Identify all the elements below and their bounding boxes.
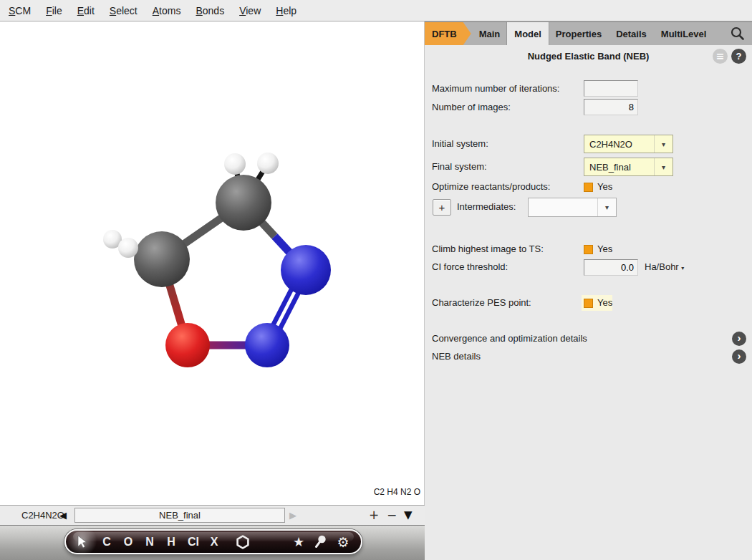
num-images-label: Number of images: <box>432 99 511 115</box>
dropdown-arrow-icon[interactable]: ▾ <box>597 198 616 216</box>
intermediates-select[interactable]: ▾ <box>528 198 617 217</box>
element-cl-button[interactable]: Cl <box>188 531 199 553</box>
tab-details[interactable]: Details <box>609 22 654 45</box>
amsinput-window: SCMFileEditSelectAtomsBondsViewHelp C2 H… <box>0 0 752 560</box>
element-c-button[interactable]: C <box>102 531 111 553</box>
remove-frame-icon[interactable]: − <box>387 506 397 525</box>
probe-tool-icon[interactable] <box>313 531 329 553</box>
frame-name-box[interactable]: NEB_final <box>74 508 285 523</box>
menu-help[interactable]: Help <box>274 4 299 18</box>
next-frame-icon[interactable]: ▶ <box>289 506 297 525</box>
ci-force-threshold-label: CI force threshold: <box>432 261 508 273</box>
tab-dftb[interactable]: DFTB <box>425 22 471 45</box>
panel-menu-icon[interactable]: ≡ <box>713 49 728 64</box>
panel-title: Nudged Elastic Band (NEB) <box>425 51 752 62</box>
convergence-details-link[interactable]: Convergence and optimization details <box>432 333 587 344</box>
frame-name-label: NEB_final <box>159 510 201 521</box>
element-h-button[interactable]: H <box>167 531 175 553</box>
atom-N[interactable] <box>281 245 331 295</box>
climb-highest-value: Yes <box>597 243 612 255</box>
initial-system-label: Initial system: <box>432 135 488 153</box>
add-intermediate-button[interactable]: + <box>433 199 451 216</box>
unit-label: Ha/Bohr <box>645 261 679 272</box>
optimize-reactants-value: Yes <box>597 181 612 193</box>
atom-O[interactable] <box>165 323 210 367</box>
final-system-label: Final system: <box>432 158 487 176</box>
ci-force-threshold-input[interactable] <box>584 259 638 276</box>
max-iterations-label: Maximum number of iterations: <box>432 80 559 97</box>
atom-H[interactable] <box>118 238 138 258</box>
max-iterations-input[interactable] <box>584 80 638 97</box>
climb-highest-label: Climb highest image to TS: <box>432 243 544 255</box>
unit-dropdown-icon[interactable]: ▾ <box>681 265 684 271</box>
draw-toolbar: CONHClX★⚙ <box>64 529 362 554</box>
element-x-button[interactable]: X <box>211 531 218 553</box>
atom-C[interactable] <box>216 175 271 231</box>
optimize-reactants-checkbox[interactable] <box>584 183 593 192</box>
menu-view[interactable]: View <box>237 4 263 18</box>
characterize-pes-checkbox[interactable] <box>584 299 593 308</box>
atom-C[interactable] <box>134 231 190 287</box>
search-icon[interactable] <box>730 26 746 42</box>
dropdown-arrow-icon[interactable]: ▾ <box>654 158 673 175</box>
final-system-select[interactable]: NEB_final ▾ <box>584 158 673 176</box>
climb-highest-checkbox[interactable] <box>584 245 593 254</box>
menu-bonds[interactable]: Bonds <box>193 4 226 18</box>
frame-bar: C2H4N2O ◀ NEB_final ▶ + − ▼ <box>0 505 425 525</box>
element-n-button[interactable]: N <box>145 531 154 553</box>
molecule-canvas[interactable] <box>0 21 425 505</box>
menu-bar: SCMFileEditSelectAtomsBondsViewHelp <box>0 0 752 21</box>
select-cursor-icon[interactable] <box>74 531 90 553</box>
structures-tool-icon[interactable]: ★ <box>293 531 304 553</box>
ci-force-unit[interactable]: Ha/Bohr ▾ <box>645 261 684 274</box>
tab-multilevel[interactable]: MultiLevel <box>654 22 714 45</box>
system-name-label: C2H4N2O <box>21 506 64 525</box>
characterize-pes-label: Characterize PES point: <box>432 297 531 309</box>
tool-strip: CONHClX★⚙ <box>0 525 425 560</box>
molecular-formula: C2 H4 N2 O <box>374 487 420 497</box>
final-system-value: NEB_final <box>584 158 654 175</box>
add-frame-icon[interactable]: + <box>369 506 379 525</box>
neb-details-link[interactable]: NEB details <box>432 351 481 362</box>
num-images-input[interactable] <box>584 99 638 115</box>
initial-system-select[interactable]: C2H4N2O ▾ <box>584 135 673 153</box>
tab-main[interactable]: Main <box>472 22 508 45</box>
collapse-panel-icon[interactable]: ▼ <box>404 506 413 525</box>
settings-tool-icon[interactable]: ⚙ <box>337 531 349 553</box>
molecule-viewport[interactable]: C2 H4 N2 O <box>0 21 425 505</box>
menu-atoms[interactable]: Atoms <box>150 4 183 18</box>
atom-H[interactable] <box>224 153 246 175</box>
dropdown-arrow-icon[interactable]: ▾ <box>654 135 673 153</box>
settings-panel: DFTBMainModelPropertiesDetailsMultiLevel… <box>425 21 752 560</box>
characterize-pes-value: Yes <box>597 297 612 309</box>
menu-edit[interactable]: Edit <box>75 4 97 18</box>
menu-select[interactable]: Select <box>107 4 140 18</box>
ring-tool-icon[interactable] <box>235 531 251 553</box>
previous-frame-icon[interactable]: ◀ <box>59 506 67 525</box>
menu-scm[interactable]: SCM <box>6 4 33 18</box>
tab-model[interactable]: Model <box>507 22 549 45</box>
neb-details-chevron-icon[interactable]: › <box>732 349 746 364</box>
tab-bar: DFTBMainModelPropertiesDetailsMultiLevel <box>425 21 752 45</box>
optimize-reactants-label: Optimize reactants/products: <box>432 181 550 193</box>
element-o-button[interactable]: O <box>124 531 132 553</box>
intermediates-value <box>529 198 597 216</box>
convergence-details-chevron-icon[interactable]: › <box>732 332 746 346</box>
atom-H[interactable] <box>257 153 279 174</box>
menu-file[interactable]: File <box>44 4 64 18</box>
intermediates-label: Intermediates: <box>457 201 516 213</box>
tab-properties[interactable]: Properties <box>549 22 609 45</box>
help-icon[interactable]: ? <box>731 49 746 64</box>
initial-system-value: C2H4N2O <box>584 135 654 153</box>
atom-N[interactable] <box>245 323 289 367</box>
